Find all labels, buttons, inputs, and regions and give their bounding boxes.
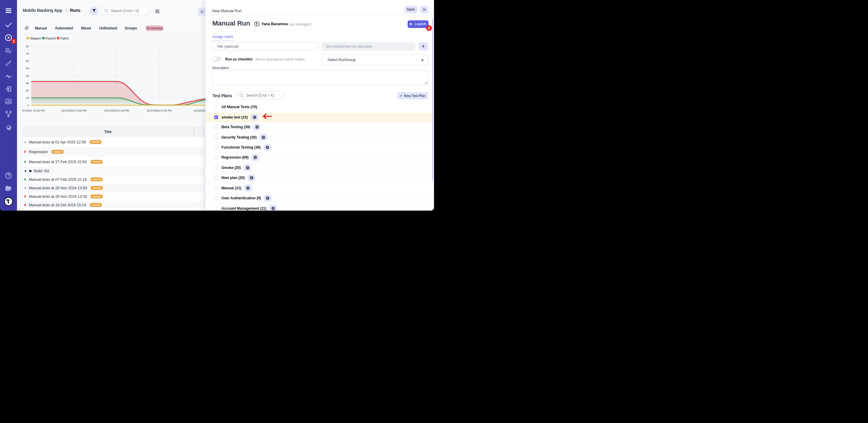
svg-text:60: 60 — [26, 60, 29, 63]
svg-text:0: 0 — [27, 104, 29, 107]
svg-text:20: 20 — [26, 89, 29, 92]
svg-text:80: 80 — [26, 45, 29, 48]
svg-text:50: 50 — [26, 67, 29, 70]
svg-text:10/19/2024 9:2: 10/19/2024 9:2 — [193, 109, 206, 112]
svg-text:40: 40 — [26, 75, 29, 78]
svg-text:70: 70 — [26, 52, 29, 55]
svg-text:30: 30 — [26, 82, 29, 85]
svg-text:10/14/2024 5:46 PM: 10/14/2024 5:46 PM — [147, 109, 172, 112]
svg-text:10/14/2024 5:39 PM: 10/14/2024 5:39 PM — [104, 109, 129, 112]
svg-text:10/14/2024 5:36 PM: 10/14/2024 5:36 PM — [61, 109, 87, 112]
svg-text:10: 10 — [26, 96, 29, 100]
svg-text:07/2024 12:26 PM: 07/2024 12:26 PM — [22, 109, 45, 112]
